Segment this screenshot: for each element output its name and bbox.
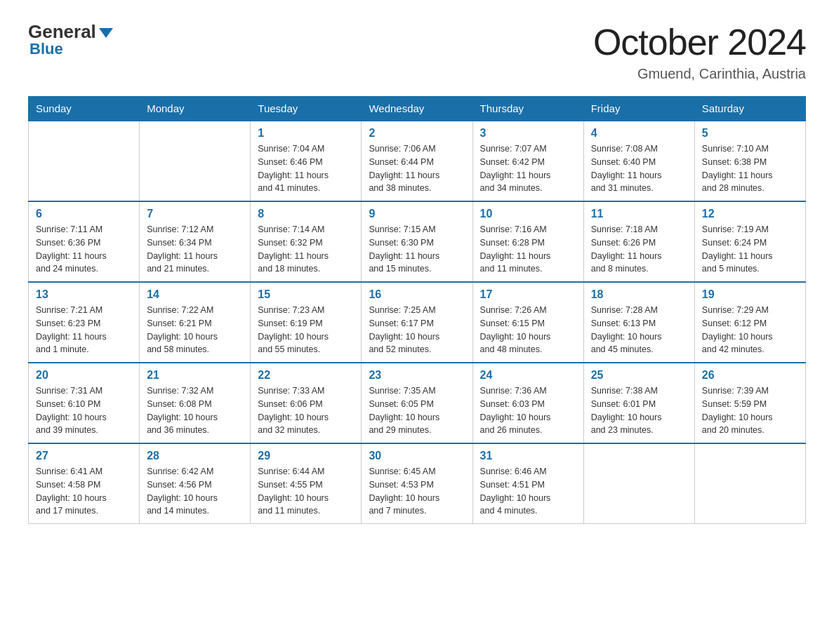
day-header-monday: Monday <box>140 97 251 121</box>
calendar-cell: 22Sunrise: 7:33 AMSunset: 6:06 PMDayligh… <box>251 363 362 443</box>
day-info: Sunrise: 7:22 AMSunset: 6:21 PMDaylight:… <box>147 304 243 356</box>
day-header-sunday: Sunday <box>29 97 140 121</box>
calendar-cell: 19Sunrise: 7:29 AMSunset: 6:12 PMDayligh… <box>694 282 805 363</box>
calendar-cell: 5Sunrise: 7:10 AMSunset: 6:38 PMDaylight… <box>694 121 805 201</box>
day-info: Sunrise: 7:26 AMSunset: 6:15 PMDaylight:… <box>480 304 576 356</box>
day-number: 12 <box>702 208 798 220</box>
calendar-cell: 20Sunrise: 7:31 AMSunset: 6:10 PMDayligh… <box>29 363 140 443</box>
calendar-cell: 8Sunrise: 7:14 AMSunset: 6:32 PMDaylight… <box>251 201 362 282</box>
calendar-cell: 30Sunrise: 6:45 AMSunset: 4:53 PMDayligh… <box>362 443 472 524</box>
day-info: Sunrise: 6:41 AMSunset: 4:58 PMDaylight:… <box>36 465 132 518</box>
day-info: Sunrise: 7:10 AMSunset: 6:38 PMDaylight:… <box>702 142 798 195</box>
calendar-cell: 24Sunrise: 7:36 AMSunset: 6:03 PMDayligh… <box>472 363 583 443</box>
day-info: Sunrise: 7:29 AMSunset: 6:12 PMDaylight:… <box>702 304 798 356</box>
week-row-3: 13Sunrise: 7:21 AMSunset: 6:23 PMDayligh… <box>29 282 806 363</box>
day-info: Sunrise: 7:19 AMSunset: 6:24 PMDaylight:… <box>702 223 798 276</box>
day-info: Sunrise: 7:21 AMSunset: 6:23 PMDaylight:… <box>36 304 132 356</box>
day-info: Sunrise: 7:38 AMSunset: 6:01 PMDaylight:… <box>591 384 687 437</box>
calendar-cell: 14Sunrise: 7:22 AMSunset: 6:21 PMDayligh… <box>140 282 251 363</box>
calendar-cell <box>140 121 251 201</box>
day-number: 4 <box>591 127 687 140</box>
calendar-cell: 2Sunrise: 7:06 AMSunset: 6:44 PMDaylight… <box>362 121 472 201</box>
calendar-cell: 15Sunrise: 7:23 AMSunset: 6:19 PMDayligh… <box>251 282 362 363</box>
calendar-cell: 16Sunrise: 7:25 AMSunset: 6:17 PMDayligh… <box>362 282 472 363</box>
week-row-2: 6Sunrise: 7:11 AMSunset: 6:36 PMDaylight… <box>29 201 806 282</box>
day-info: Sunrise: 7:16 AMSunset: 6:28 PMDaylight:… <box>480 223 576 276</box>
day-info: Sunrise: 6:45 AMSunset: 4:53 PMDaylight:… <box>369 465 465 518</box>
calendar-cell: 27Sunrise: 6:41 AMSunset: 4:58 PMDayligh… <box>29 443 140 524</box>
page-header: General Blue October 2024 Gmuend, Carint… <box>28 21 806 82</box>
day-number: 15 <box>258 288 354 301</box>
day-info: Sunrise: 7:06 AMSunset: 6:44 PMDaylight:… <box>369 142 465 195</box>
day-info: Sunrise: 7:31 AMSunset: 6:10 PMDaylight:… <box>36 384 132 437</box>
day-info: Sunrise: 7:04 AMSunset: 6:46 PMDaylight:… <box>258 142 354 195</box>
calendar-cell: 17Sunrise: 7:26 AMSunset: 6:15 PMDayligh… <box>472 282 583 363</box>
day-number: 5 <box>702 127 798 140</box>
calendar-cell: 13Sunrise: 7:21 AMSunset: 6:23 PMDayligh… <box>29 282 140 363</box>
day-info: Sunrise: 7:11 AMSunset: 6:36 PMDaylight:… <box>36 223 132 276</box>
calendar-cell: 3Sunrise: 7:07 AMSunset: 6:42 PMDaylight… <box>472 121 583 201</box>
day-number: 16 <box>369 288 465 301</box>
day-number: 8 <box>258 208 354 220</box>
day-number: 3 <box>480 127 576 140</box>
week-row-4: 20Sunrise: 7:31 AMSunset: 6:10 PMDayligh… <box>29 363 806 443</box>
day-number: 29 <box>258 450 354 462</box>
day-info: Sunrise: 7:36 AMSunset: 6:03 PMDaylight:… <box>480 384 576 437</box>
calendar-cell: 28Sunrise: 6:42 AMSunset: 4:56 PMDayligh… <box>140 443 251 524</box>
day-number: 13 <box>36 288 132 301</box>
calendar-cell: 11Sunrise: 7:18 AMSunset: 6:26 PMDayligh… <box>583 201 694 282</box>
logo-blue-text: Blue <box>29 40 63 58</box>
day-number: 7 <box>147 208 243 220</box>
day-info: Sunrise: 7:28 AMSunset: 6:13 PMDaylight:… <box>591 304 687 356</box>
calendar-cell: 21Sunrise: 7:32 AMSunset: 6:08 PMDayligh… <box>140 363 251 443</box>
title-block: October 2024 Gmuend, Carinthia, Austria <box>593 21 806 82</box>
day-number: 17 <box>480 288 576 301</box>
calendar-cell <box>29 121 140 201</box>
day-number: 18 <box>591 288 687 301</box>
calendar-cell: 12Sunrise: 7:19 AMSunset: 6:24 PMDayligh… <box>694 201 805 282</box>
location-text: Gmuend, Carinthia, Austria <box>593 66 806 82</box>
day-info: Sunrise: 7:12 AMSunset: 6:34 PMDaylight:… <box>147 223 243 276</box>
day-info: Sunrise: 7:39 AMSunset: 5:59 PMDaylight:… <box>702 384 798 437</box>
day-info: Sunrise: 7:07 AMSunset: 6:42 PMDaylight:… <box>480 142 576 195</box>
day-header-wednesday: Wednesday <box>362 97 472 121</box>
calendar-cell: 18Sunrise: 7:28 AMSunset: 6:13 PMDayligh… <box>583 282 694 363</box>
day-number: 14 <box>147 288 243 301</box>
month-title: October 2024 <box>593 21 806 63</box>
day-info: Sunrise: 7:35 AMSunset: 6:05 PMDaylight:… <box>369 384 465 437</box>
calendar-cell: 4Sunrise: 7:08 AMSunset: 6:40 PMDaylight… <box>583 121 694 201</box>
day-number: 24 <box>480 369 576 382</box>
calendar-cell: 10Sunrise: 7:16 AMSunset: 6:28 PMDayligh… <box>472 201 583 282</box>
day-number: 25 <box>591 369 687 382</box>
week-row-1: 1Sunrise: 7:04 AMSunset: 6:46 PMDaylight… <box>29 121 806 201</box>
day-number: 30 <box>369 450 465 462</box>
day-header-saturday: Saturday <box>694 97 805 121</box>
day-number: 31 <box>480 450 576 462</box>
calendar-cell: 25Sunrise: 7:38 AMSunset: 6:01 PMDayligh… <box>583 363 694 443</box>
day-number: 26 <box>702 369 798 382</box>
week-row-5: 27Sunrise: 6:41 AMSunset: 4:58 PMDayligh… <box>29 443 806 524</box>
day-info: Sunrise: 6:46 AMSunset: 4:51 PMDaylight:… <box>480 465 576 518</box>
calendar-cell: 6Sunrise: 7:11 AMSunset: 6:36 PMDaylight… <box>29 201 140 282</box>
day-info: Sunrise: 6:42 AMSunset: 4:56 PMDaylight:… <box>147 465 243 518</box>
calendar-cell: 9Sunrise: 7:15 AMSunset: 6:30 PMDaylight… <box>362 201 472 282</box>
calendar-cell: 29Sunrise: 6:44 AMSunset: 4:55 PMDayligh… <box>251 443 362 524</box>
calendar-cell: 26Sunrise: 7:39 AMSunset: 5:59 PMDayligh… <box>694 363 805 443</box>
day-header-friday: Friday <box>583 97 694 121</box>
day-info: Sunrise: 7:15 AMSunset: 6:30 PMDaylight:… <box>369 223 465 276</box>
day-info: Sunrise: 7:14 AMSunset: 6:32 PMDaylight:… <box>258 223 354 276</box>
day-number: 22 <box>258 369 354 382</box>
day-number: 28 <box>147 450 243 462</box>
day-number: 20 <box>36 369 132 382</box>
logo-triangle-icon <box>99 28 113 38</box>
days-header-row: SundayMondayTuesdayWednesdayThursdayFrid… <box>29 97 806 121</box>
logo: General Blue <box>28 21 113 58</box>
day-number: 23 <box>369 369 465 382</box>
day-info: Sunrise: 7:08 AMSunset: 6:40 PMDaylight:… <box>591 142 687 195</box>
day-info: Sunrise: 7:18 AMSunset: 6:26 PMDaylight:… <box>591 223 687 276</box>
day-number: 10 <box>480 208 576 220</box>
calendar-cell: 7Sunrise: 7:12 AMSunset: 6:34 PMDaylight… <box>140 201 251 282</box>
day-number: 1 <box>258 127 354 140</box>
day-number: 27 <box>36 450 132 462</box>
day-header-tuesday: Tuesday <box>251 97 362 121</box>
